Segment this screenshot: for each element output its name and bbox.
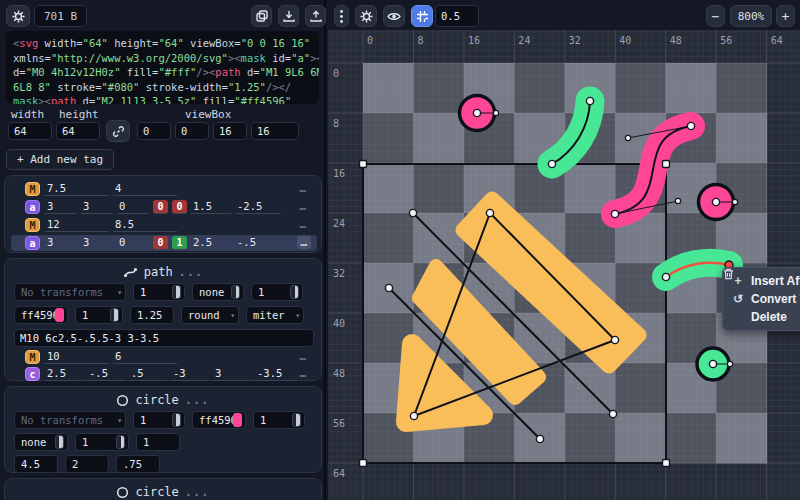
- mini-toggle[interactable]: [290, 285, 299, 299]
- command-badge[interactable]: c: [25, 367, 40, 381]
- add-new-tag-button[interactable]: + Add new tag: [6, 149, 114, 170]
- zoom-out-button[interactable]: −: [706, 5, 725, 27]
- command-flag-toggle[interactable]: 1: [172, 236, 187, 250]
- command-row-M[interactable]: M7.54…: [11, 181, 317, 197]
- command-arg-input[interactable]: 0: [117, 236, 149, 250]
- point-handle[interactable]: [712, 198, 719, 205]
- canvas-settings-button[interactable]: [355, 5, 377, 27]
- snap-value-input[interactable]: 0.5: [435, 5, 479, 27]
- command-arg-input[interactable]: 0: [117, 200, 149, 214]
- command-badge[interactable]: M: [25, 182, 40, 196]
- point-handle[interactable]: [473, 109, 480, 116]
- command-arg-input[interactable]: 10: [45, 350, 109, 364]
- row-menu-button[interactable]: …: [299, 182, 307, 195]
- circle2-panel-menu[interactable]: ...: [185, 485, 210, 499]
- mini-toggle[interactable]: [292, 413, 301, 427]
- zoom-in-button[interactable]: +: [776, 5, 795, 27]
- copy-button[interactable]: [251, 5, 272, 27]
- command-arg-input[interactable]: 7.5: [45, 182, 109, 196]
- command-row-c[interactable]: c2.5-.5.5-33-3.5…: [11, 366, 317, 382]
- point-handle[interactable]: [611, 210, 618, 217]
- value-field[interactable]: 4.5: [14, 455, 58, 473]
- command-row-M[interactable]: M106…: [11, 349, 317, 365]
- command-arg-input[interactable]: .5: [129, 367, 167, 381]
- command-badge[interactable]: M: [25, 218, 40, 232]
- svg-code-editor[interactable]: <svg width="64" height="64" viewBox="0 0…: [6, 31, 319, 104]
- corner-handle[interactable]: [663, 460, 670, 467]
- canvas-viewport[interactable]: 00881616242432324040484856566464: [328, 30, 800, 500]
- command-flag-toggle[interactable]: 0: [153, 236, 168, 250]
- point-handle[interactable]: [410, 412, 417, 419]
- viewbox-h-input[interactable]: 16: [251, 122, 299, 140]
- color-field[interactable]: ff4596: [14, 306, 68, 324]
- command-badge[interactable]: M: [25, 350, 40, 364]
- point-handle[interactable]: [609, 410, 616, 417]
- control-point-handle[interactable]: [493, 110, 498, 115]
- mini-toggle[interactable]: [110, 308, 119, 322]
- control-point-handle[interactable]: [625, 135, 630, 140]
- point-handle[interactable]: [662, 273, 669, 280]
- mini-toggle[interactable]: [55, 435, 64, 449]
- command-row-M[interactable]: M128.5…: [11, 217, 317, 233]
- download-button[interactable]: [278, 5, 299, 27]
- point-handle[interactable]: [586, 97, 593, 104]
- menu-item-delete[interactable]: Delete: [723, 308, 800, 326]
- point-handle[interactable]: [687, 122, 694, 129]
- row-menu-button[interactable]: …: [299, 218, 307, 231]
- value-field[interactable]: 1: [136, 433, 180, 451]
- command-flag-toggle[interactable]: 0: [153, 200, 168, 214]
- command-arg-input[interactable]: 3: [45, 200, 77, 214]
- command-arg-input[interactable]: -2.5: [235, 200, 281, 214]
- link-dimensions-button[interactable]: [106, 120, 130, 142]
- command-arg-input[interactable]: 3: [81, 236, 113, 250]
- circle2-panel-header[interactable]: circle ...: [5, 482, 321, 500]
- height-input[interactable]: 64: [56, 122, 100, 140]
- command-arg-input[interactable]: -.5: [87, 367, 125, 381]
- viewbox-x-input[interactable]: 0: [137, 122, 171, 140]
- value-field[interactable]: none: [14, 433, 68, 451]
- path-panel-menu[interactable]: ...: [179, 265, 204, 279]
- command-arg-input[interactable]: 1.5: [191, 200, 231, 214]
- menu-item-convert-to[interactable]: ↺Convert To: [723, 290, 800, 308]
- point-handle[interactable]: [486, 209, 493, 216]
- command-arg-input[interactable]: -3: [171, 367, 209, 381]
- point-handle[interactable]: [385, 284, 392, 291]
- command-arg-input[interactable]: 2.5: [45, 367, 83, 381]
- command-row-a[interactable]: a330012.5-.5…: [11, 235, 317, 251]
- canvas-menu-button[interactable]: [334, 5, 349, 27]
- command-flag-toggle[interactable]: 0: [172, 200, 187, 214]
- viewbox-w-input[interactable]: 16: [213, 122, 247, 140]
- path-panel-header[interactable]: path ...: [5, 262, 321, 282]
- upload-button[interactable]: [305, 5, 326, 27]
- circle-panel-menu[interactable]: ...: [185, 393, 210, 407]
- command-arg-input[interactable]: -.5: [235, 236, 281, 250]
- point-handle[interactable]: [709, 360, 716, 367]
- value-field[interactable]: 1: [253, 411, 305, 429]
- color-swatch[interactable]: [55, 308, 64, 322]
- command-badge[interactable]: a: [25, 200, 40, 214]
- color-field[interactable]: ff4596: [192, 411, 246, 429]
- row-menu-button[interactable]: …: [297, 236, 311, 249]
- zoom-level-button[interactable]: 800%: [730, 5, 772, 27]
- mini-toggle[interactable]: [172, 413, 181, 427]
- value-field[interactable]: 1: [75, 306, 123, 324]
- row-menu-button[interactable]: …: [299, 200, 307, 213]
- command-arg-input[interactable]: 6: [113, 350, 177, 364]
- value-field[interactable]: .75: [116, 455, 160, 473]
- point-handle[interactable]: [409, 209, 416, 216]
- corner-handle[interactable]: [360, 161, 367, 168]
- command-arg-input[interactable]: 4: [113, 182, 177, 196]
- control-point-handle[interactable]: [727, 361, 732, 366]
- command-row-a[interactable]: a330001.5-2.5…: [11, 199, 317, 215]
- mini-toggle[interactable]: [231, 285, 240, 299]
- value-field[interactable]: 2: [65, 455, 109, 473]
- select-field[interactable]: No transforms▾: [14, 283, 126, 301]
- value-field[interactable]: 1: [133, 411, 185, 429]
- circle-panel-header[interactable]: circle ...: [5, 390, 321, 410]
- value-field[interactable]: 1: [133, 283, 185, 301]
- command-arg-input[interactable]: 3: [45, 236, 77, 250]
- command-arg-input[interactable]: 12: [45, 218, 109, 232]
- command-arg-input[interactable]: 3: [81, 200, 113, 214]
- value-field[interactable]: 1: [251, 283, 303, 301]
- value-field[interactable]: 1: [75, 433, 129, 451]
